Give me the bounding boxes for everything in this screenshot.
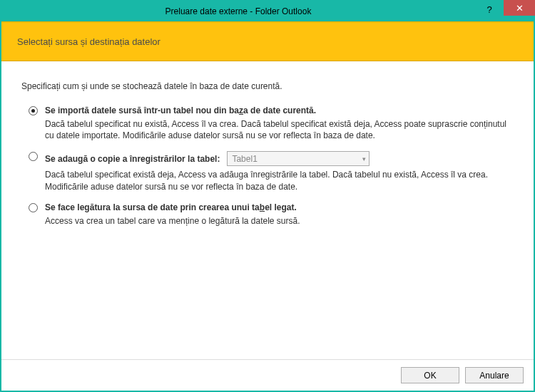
option-import-title-pre: Se importă datele sursă într-un tabel no… — [45, 105, 239, 115]
window-controls: ? ✕ — [475, 1, 534, 21]
dialog-window: Preluare date externe - Folder Outlook ?… — [0, 0, 535, 392]
ok-button[interactable]: OK — [401, 367, 459, 383]
option-import-desc: Dacă tabelul specificat nu există, Acces… — [45, 118, 514, 141]
option-link-desc: Access va crea un tabel care va menține … — [45, 215, 514, 227]
option-append-title: Se adaugă o copie a înregistrărilor la t… — [45, 151, 514, 166]
option-append-title-pre: Se adau — [45, 154, 78, 164]
radio-link[interactable] — [29, 203, 38, 212]
table-select-value: Tabel1 — [232, 154, 362, 164]
instruction-text: Specificați cum și unde se stochează dat… — [21, 81, 514, 91]
option-append-desc: Dacă tabelul specificat există deja, Acc… — [45, 169, 514, 192]
table-select-combo[interactable]: Tabel1 ▾ — [227, 151, 370, 166]
option-import-body: Se importă datele sursă într-un tabel no… — [45, 105, 514, 141]
option-append-title-post: ă o copie a înregistrărilor la tabel: — [83, 154, 220, 164]
radio-append[interactable] — [29, 152, 38, 161]
option-link[interactable]: Se face legătura la sursa de date prin c… — [21, 202, 514, 227]
option-import[interactable]: Se importă datele sursă într-un tabel no… — [21, 105, 514, 141]
option-append[interactable]: Se adaugă o copie a înregistrărilor la t… — [21, 151, 514, 192]
close-button[interactable]: ✕ — [504, 0, 535, 16]
banner-heading: Selectați sursa și destinația datelor — [17, 36, 160, 47]
dialog-footer: OK Anulare — [1, 359, 534, 391]
radio-import[interactable] — [29, 106, 38, 115]
header-banner: Selectați sursa și destinația datelor — [1, 21, 534, 61]
help-button[interactable]: ? — [475, 1, 504, 17]
option-import-title-post: a de date curentă. — [243, 105, 316, 115]
option-import-title: Se importă datele sursă într-un tabel no… — [45, 105, 514, 115]
option-link-body: Se face legătura la sursa de date prin c… — [45, 202, 514, 227]
content-area: Specificați cum și unde se stochează dat… — [1, 61, 534, 359]
option-link-title-pre: Se face legătura la sursa de date prin c… — [45, 202, 260, 212]
option-link-title-post: el legat. — [265, 202, 297, 212]
titlebar: Preluare date externe - Folder Outlook ?… — [1, 1, 534, 21]
option-link-title: Se face legătura la sursa de date prin c… — [45, 202, 514, 212]
window-title: Preluare date externe - Folder Outlook — [1, 6, 475, 16]
cancel-button[interactable]: Anulare — [465, 367, 524, 383]
option-append-body: Se adaugă o copie a înregistrărilor la t… — [45, 151, 514, 192]
chevron-down-icon: ▾ — [362, 155, 366, 163]
